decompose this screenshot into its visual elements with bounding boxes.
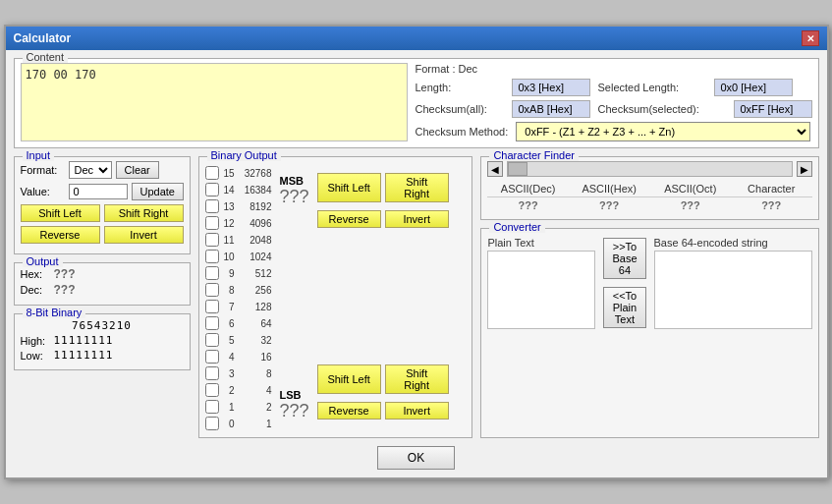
lsb-reverse-button[interactable]: Reverse <box>317 402 381 420</box>
window-title: Calculator <box>14 31 72 45</box>
content-row: Format : Dec Length: 0x3 [Hex] Selected … <box>21 63 812 141</box>
bit-0-checkbox[interactable] <box>205 417 219 430</box>
bit-15-checkbox[interactable] <box>205 166 219 180</box>
format-panel: Format : Dec Length: 0x3 [Hex] Selected … <box>416 63 812 141</box>
high-row: High: 11111111 <box>21 334 184 347</box>
lsb-rev-row: Reverse Invert <box>317 402 449 420</box>
bit-8-checkbox[interactable] <box>205 283 219 297</box>
char-val: ??? <box>731 197 812 213</box>
bit-12-checkbox[interactable] <box>205 216 219 230</box>
window-body: Content Format : Dec Length: 0x3 [Hex] S… <box>6 50 827 477</box>
bit-13-checkbox[interactable] <box>205 199 219 213</box>
lsb-shift-left-button[interactable]: Shift Left <box>317 364 381 394</box>
checksum-all-label: Checksum(all): <box>416 103 504 115</box>
scroll-track[interactable] <box>507 161 792 177</box>
calculator-window: Calculator ✕ Content Format : Dec Length… <box>4 25 829 479</box>
msb-reverse-button[interactable]: Reverse <box>317 210 381 228</box>
bit-4-checkbox[interactable] <box>205 350 219 364</box>
checksum-method-select[interactable]: 0xFF - (Z1 + Z2 + Z3 + ... + Zn) <box>516 122 810 141</box>
bit-10-checkbox[interactable] <box>205 250 219 263</box>
binary-output-group: Binary Output 1532768 1416384 138192 124… <box>198 156 473 438</box>
checksum-all-row: Checksum(all): 0xAB [Hex] Checksum(selec… <box>416 100 812 118</box>
shift-right-button[interactable]: Shift Right <box>104 204 184 222</box>
ascii-oct-header: ASCII(Oct) <box>649 181 731 197</box>
bit-10: 101024 <box>205 249 272 264</box>
update-button[interactable]: Update <box>132 183 184 200</box>
length-value: 0x3 [Hex] <box>512 79 590 96</box>
base64-col: Base 64-encoded string <box>654 237 812 329</box>
ascii-dec-header: ASCII(Dec) <box>487 181 569 197</box>
invert-button[interactable]: Invert <box>104 226 184 244</box>
ok-button[interactable]: OK <box>377 446 455 470</box>
lsb-shift-right-button[interactable]: Shift Right <box>385 364 449 394</box>
to-plain-button[interactable]: <<To Plain Text <box>603 287 645 328</box>
checksum-method-label: Checksum Method: <box>416 126 509 138</box>
bit-3-checkbox[interactable] <box>205 366 219 380</box>
lsb-section: LSB ??? <box>280 389 309 421</box>
to-base64-button[interactable]: >>To Base 64 <box>603 238 645 279</box>
checksum-sel-label: Checksum(selected): <box>598 103 726 115</box>
char-finder-label: Character Finder <box>489 149 579 161</box>
bit-7: 7128 <box>205 299 272 314</box>
checksum-all-value: 0xAB [Hex] <box>512 100 590 118</box>
value-input-row: Value: Update <box>21 183 184 200</box>
scroll-right-btn[interactable]: ▶ <box>797 161 812 177</box>
bit-13: 138192 <box>205 198 272 214</box>
plain-text-input[interactable] <box>487 251 595 329</box>
ctrl-col: Shift Left Shift Right Reverse Invert <box>317 165 449 431</box>
eight-bit-label: 8-Bit Binary <box>23 307 86 318</box>
bit-9: 9512 <box>205 265 272 281</box>
bit-2-checkbox[interactable] <box>205 383 219 397</box>
bit-1-checkbox[interactable] <box>205 400 219 414</box>
clear-button[interactable]: Clear <box>116 161 159 179</box>
bit-2: 24 <box>205 382 272 398</box>
lsb-invert-button[interactable]: Invert <box>385 402 449 420</box>
bit-6-checkbox[interactable] <box>205 316 219 330</box>
input-group: Input Format: DecHexBinOct Clear Value: … <box>14 156 191 254</box>
dec-label: Dec: <box>21 284 50 296</box>
reverse-row: Reverse Invert <box>21 226 184 244</box>
msb-invert-button[interactable]: Invert <box>385 210 449 228</box>
lsb-qmark: ??? <box>280 401 309 421</box>
bit-14-checkbox[interactable] <box>205 183 219 196</box>
left-panel: Input Format: DecHexBinOct Clear Value: … <box>14 156 191 438</box>
base64-input[interactable] <box>654 251 812 329</box>
shift-left-button[interactable]: Shift Left <box>21 204 100 222</box>
value-input[interactable] <box>69 184 128 199</box>
high-label: High: <box>21 335 50 347</box>
dec-value: ??? <box>54 283 76 297</box>
format-select[interactable]: DecHexBinOct <box>69 161 112 179</box>
bit-5-checkbox[interactable] <box>205 333 219 347</box>
ok-row: OK <box>14 446 819 470</box>
bit-digits: 76543210 <box>72 319 132 332</box>
title-bar-controls: ✕ <box>802 30 819 46</box>
bit-0: 01 <box>205 416 272 431</box>
char-table: ASCII(Dec) ASCII(Hex) ASCII(Oct) Charact… <box>487 181 811 213</box>
selected-length-label: Selected Length: <box>598 82 706 93</box>
bit-14: 1416384 <box>205 182 272 197</box>
msb-qmark: ??? <box>280 187 309 207</box>
msb-shift-left-button[interactable]: Shift Left <box>317 173 381 202</box>
content-textarea[interactable] <box>21 63 408 141</box>
bit-8: 8256 <box>205 282 272 298</box>
character-header: Character <box>731 181 812 197</box>
ascii-hex-header: ASCII(Hex) <box>569 181 650 197</box>
msb-shift-right-button[interactable]: Shift Right <box>385 173 449 202</box>
reverse-button[interactable]: Reverse <box>21 226 100 244</box>
close-button[interactable]: ✕ <box>802 30 819 46</box>
dec-row: Dec: ??? <box>21 283 184 297</box>
format-info-row: Format : Dec <box>416 63 812 75</box>
hex-value: ??? <box>54 267 76 281</box>
bit-15: 1532768 <box>205 165 272 181</box>
converter-inner: Plain Text >>To Base 64 <<To Plain Text … <box>487 237 811 329</box>
bit-1: 12 <box>205 399 272 415</box>
format-info: Format : Dec <box>416 63 478 75</box>
output-label: Output <box>23 255 63 267</box>
length-label: Length: <box>416 82 504 93</box>
bit-7-checkbox[interactable] <box>205 300 219 313</box>
msb-shift-row: Shift Left Shift Right <box>317 173 449 202</box>
bit-11-checkbox[interactable] <box>205 233 219 247</box>
bit-9-checkbox[interactable] <box>205 266 219 280</box>
scroll-left-btn[interactable]: ◀ <box>487 161 503 177</box>
msb-rev-row: Reverse Invert <box>317 210 449 228</box>
